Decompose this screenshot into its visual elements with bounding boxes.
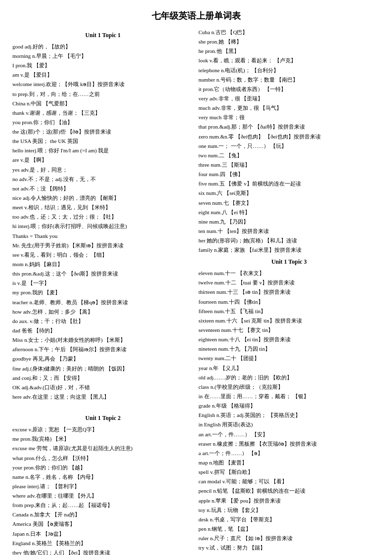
list-item: ten num.十 【ten】按拼音来读	[199, 227, 380, 235]
list-item: yes adv.是，好，同意；	[12, 165, 194, 174]
list-item: sixteen num.十六 【sei 克斯 tin】按拼音来读	[199, 316, 380, 325]
list-item: are v.是 【啊】	[12, 155, 194, 164]
list-item: nine num.九 【乃因】	[199, 217, 380, 226]
list-item: ruler n.尺子；直尺 【如 lə】按拼音来读	[199, 534, 380, 543]
list-item: nineteen num.十九 【乃因 tin】	[199, 344, 380, 353]
list-item: they 他/她/它们；人们 【ðei】按拼音来读	[12, 548, 194, 555]
list-item: from prep.来自；从；起……起 【福诺母】	[12, 501, 194, 509]
unit1-topic1-heading: Unit 1 Topic 1	[12, 31, 194, 41]
list-item: seven num.七 【赛文】	[199, 198, 380, 207]
list-item: twenty num.二十 【团提】	[199, 354, 380, 363]
list-item: no adv.不；不是；adj.没有，无，不	[12, 175, 194, 184]
list-item: America 美国 【ə麦瑞客】	[12, 519, 194, 528]
list-item: number n.号码；数，数字；数量 【南巴】	[199, 75, 380, 84]
list-item: goodbye 再见,再会 【乃蒙】	[12, 354, 194, 363]
list-item: grade n.年级 【格瑞得】	[199, 401, 380, 410]
list-item: that pron.&adj.那；那个 【ðai特】按拼音来读	[199, 122, 380, 131]
list-item: Japan n.日本 【Jə盆】	[12, 529, 194, 538]
list-item: afternoon n.下午；午后 【阿福tə尔】按拼音来读	[12, 345, 194, 354]
list-item: hello interj.喂；你好 I'm/I am (=I am) 我是	[12, 146, 194, 155]
list-item: class n.(学校里的)班级；（克拉斯】	[199, 382, 380, 391]
list-item: much adv.非常，更加，很 【马气】	[199, 103, 380, 112]
list-item: Cuba n.古巴 【Q巴】	[199, 28, 380, 37]
list-item: six num.六 【sei克斯】	[199, 188, 380, 197]
list-item: very much 非常；很	[199, 113, 380, 122]
list-item: thirteen num.十三 【sə tin】按拼音来读	[199, 287, 380, 296]
page-title: 七年级英语上册单词表	[12, 10, 380, 22]
list-item: and conj.和；又；而 【安得】	[12, 373, 194, 382]
unit1-topic3-heading: Unit 1 Topic 3	[199, 257, 380, 267]
list-item: pencil n.铅笔 【盆斯欧】前横线的连在一起读	[199, 486, 380, 495]
list-item: see v.看见，看到；明白，领会； 【细】	[12, 250, 194, 259]
list-item: in English 用英语(表达)	[199, 420, 380, 429]
list-item: eight num.八 【ei 特】	[199, 208, 380, 217]
list-item: me pron.我(宾格) 【米】	[12, 434, 194, 443]
list-item: fine adj.(身体)健康的；美好的；晴朗的 【饭因】	[12, 364, 194, 373]
list-item: two num.二 【兔】	[199, 151, 380, 160]
list-item: he pron.他 【黑】	[199, 46, 380, 55]
list-item: can modal v.可能；能够；可以 【看】	[199, 477, 380, 486]
list-item: morning n.早晨；上午 【毛宁】	[12, 51, 194, 60]
list-item: eraser n.橡皮擦；黑板擦 【衣茨瑞ðə】按拼音来读	[199, 439, 380, 448]
list-item: she pron.她 【稀】	[199, 37, 380, 46]
list-item: desk n.书桌，写字台 【带斯克】	[199, 515, 380, 524]
list-item: excuse me 劳驾，请原谅(尤其是引起陌生人的注意)	[12, 444, 194, 453]
list-item: here adv.在这里；这里；向这里 【黑儿】	[12, 392, 194, 401]
list-item: too adv.也，还；又；太，过分；很；【吐】	[12, 212, 194, 221]
list-item: very adv.非常，很 【歪瑞】	[199, 94, 380, 103]
list-item: hi interj.喂；你好(表示打招呼、问候或唤起注意)	[12, 222, 194, 231]
right-column: Cuba n.古巴 【Q巴】she pron.她 【稀】he pron.他 【黑…	[199, 28, 380, 555]
list-item: map n.地图 【麦普】	[199, 458, 380, 467]
list-item: twelve num.十二 【tuai 要 v】按拼音来读	[199, 278, 380, 287]
list-item: three num.三 【斯瑞】	[199, 160, 380, 169]
list-item: eighteen num.十八 【ei tin】按拼音来读	[199, 335, 380, 344]
list-item: your pron.你的；你们的 【越】	[12, 463, 194, 472]
list-item: the 这(那)个；这(那)些 【ðə】按拼音来读	[12, 127, 194, 136]
list-item: am v.是 【爱目】	[12, 70, 194, 79]
list-item: you pron.你；你们 【油】	[12, 118, 194, 127]
list-item: fourteen num.十四 【佛tin】	[199, 297, 380, 306]
right-entries-top: Cuba n.古巴 【Q巴】she pron.她 【稀】he pron.他 【黑…	[199, 28, 380, 254]
list-item: her 她的(形容词)；她(宾格) 【和儿】连读	[199, 236, 380, 245]
list-item: this pron.&adj.这；这个 【ðei斯】按拼音来读	[12, 269, 194, 278]
list-item: a art.一个；件……） 【ə】	[199, 449, 380, 458]
list-item: apple n.苹果 【爱 pou】按拼音来读	[199, 496, 380, 505]
list-item: do aux. v.做；干；行动 【肚】	[12, 317, 194, 325]
left-entries: good adj.好的，【故的】morning n.早晨；上午 【毛宁】I pr…	[12, 42, 194, 555]
list-item: the USA 美国； the UK 英国	[12, 137, 194, 145]
list-item: year n.年 【义儿】	[199, 364, 380, 372]
list-item: good adj.好的，【故的】	[12, 42, 194, 51]
list-item: where adv.在哪里；往哪里 【外儿】	[12, 491, 194, 500]
list-item: thank v.谢谢，感谢，当谢；【三克】	[12, 108, 194, 117]
list-item: Thanks = Thank you	[12, 231, 194, 240]
list-item: my pron.我的 【麦】	[12, 288, 194, 297]
list-item: zero num.&n.零 【ðei也肉】 【ðei也肉】按拼音来读	[199, 132, 380, 141]
left-column: Unit 1 Topic 1 good adj.好的，【故的】morning n…	[12, 28, 194, 555]
list-item: look v.看，瞧；观看；看起来； 【卢克】	[199, 56, 380, 65]
list-item: fifteen num.十五 【飞福 tin】	[199, 307, 380, 316]
list-item: teacher n.老师、教师、教员 【梯qə】按拼音来读	[12, 298, 194, 307]
list-item: Unit 1 Topic 2	[12, 414, 194, 423]
list-item: England n.英格兰 【英格兰的】	[12, 539, 194, 548]
list-item: eleven num.十一 【衣来文】	[199, 269, 380, 278]
list-item: five num.五 【佛爱 v】前横线的连在一起读	[199, 179, 380, 188]
list-item: it pron.它（动物或者东西） 【一特】	[199, 85, 380, 93]
list-item: in 在……里面；用……；穿着，戴着； 【银】	[199, 392, 380, 401]
list-item: four num.四 【佛】	[199, 170, 380, 179]
list-item: meet v.相识，结识；遇见，见到 【米特】	[12, 203, 194, 212]
list-item: not adv.不；没 【阔特】	[12, 184, 194, 193]
list-item: please interj.请； 【普利字】	[12, 482, 194, 491]
list-item: nice adj.令人愉快的；好的，漂亮的 【耐斯】	[12, 193, 194, 202]
list-item: excuse v.原谅；宽恕 【一克思Q字】	[12, 425, 194, 434]
list-item: old adj.……岁的；老的；旧的 【欧的】	[199, 373, 380, 382]
list-item: toy n.玩具；玩物 【套义】	[199, 506, 380, 514]
list-item: try v.试，试图；努力 【踹】	[199, 543, 380, 552]
list-item: pen n.钢笔，笔 【盆】	[199, 524, 380, 533]
list-item: dad 爸爸 【待的】	[12, 326, 194, 335]
list-item: Mr. 先生(用于男子姓前) 【米斯tə】按拼音来读	[12, 241, 194, 250]
list-item: name n.名字，姓名，名称 【内母】	[12, 472, 194, 481]
right-entries-bottom: eleven num.十一 【衣来文】twelve num.十二 【tuai 要…	[199, 269, 380, 552]
list-item: family n.家庭；家族 【fai米里】按拼音来读	[199, 245, 380, 254]
list-item: seventeen num.十七 【赛文 tin】	[199, 325, 380, 334]
list-item: Miss n.女士；小姐(对未婚女性的称呼) 【米斯】	[12, 335, 194, 344]
